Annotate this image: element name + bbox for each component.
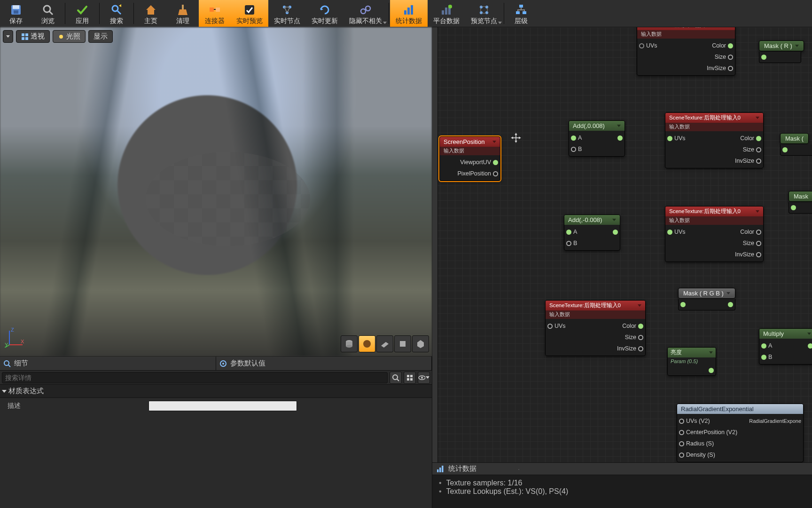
node-scenetexture-low[interactable]: SceneTexture:后期处理输入0 输入数据 UVsColor Size …: [665, 206, 764, 262]
node-screenposition[interactable]: ScreenPosition 输入数据 ViewportUV PixelPosi…: [439, 136, 500, 181]
input-pin[interactable]: [679, 430, 684, 435]
node-scenetexture-top[interactable]: SceneTexture:后期处理输入0 输入数据 UVsColor Size …: [637, 27, 735, 76]
node-header[interactable]: Add(,-0.008): [564, 215, 620, 225]
input-pin[interactable]: [680, 302, 686, 307]
pin-label: B: [768, 354, 772, 360]
search-button[interactable]: [390, 372, 402, 384]
output-pin[interactable]: [493, 160, 498, 165]
node-header[interactable]: RadialGradientExponential: [677, 404, 803, 414]
viewport-menu-button[interactable]: [3, 30, 13, 43]
viewport-show-button[interactable]: 显示: [88, 30, 113, 43]
toolbar-live-nodes[interactable]: 实时节点: [268, 0, 306, 27]
toolbar-clean[interactable]: 清理: [167, 0, 199, 27]
shape-plane-button[interactable]: [376, 335, 393, 352]
toolbar-platform[interactable]: 平台数据: [428, 0, 465, 27]
details-tab-defaults[interactable]: 参数默认值: [216, 357, 432, 370]
node-header[interactable]: SceneTexture:后期处理输入0: [665, 113, 763, 123]
shape-mesh-button[interactable]: [412, 335, 429, 352]
input-pin[interactable]: [667, 136, 672, 141]
node-radial-gradient[interactable]: RadialGradientExponential UVs (V2)Radial…: [677, 404, 804, 462]
node-multiply[interactable]: Multiply A B: [759, 328, 812, 365]
toolbar-home[interactable]: 主页: [135, 0, 167, 27]
toolbar-search[interactable]: 搜索: [101, 0, 133, 27]
node-mask-mid2[interactable]: Mask: [789, 191, 812, 202]
output-pin[interactable]: [808, 343, 812, 349]
toolbar-live-preview[interactable]: 实时预览: [231, 0, 268, 27]
input-pin[interactable]: [782, 147, 788, 152]
input-pin[interactable]: [679, 419, 684, 424]
move-cursor-icon: [510, 132, 522, 144]
output-pin[interactable]: [728, 302, 733, 307]
node-add-pos[interactable]: Add(,0.008) A B: [569, 120, 625, 157]
pin-label: PixelPosition: [457, 170, 491, 177]
input-pin[interactable]: [667, 230, 672, 235]
node-scenetexture-bottom[interactable]: SceneTexture:后期处理输入0 输入数据 UVsColor Size …: [545, 300, 646, 356]
output-pin[interactable]: [756, 230, 761, 235]
viewport-axis-gizmo[interactable]: Z X Y: [5, 328, 24, 348]
output-pin[interactable]: [638, 335, 643, 340]
node-mask-r[interactable]: Mask ( R ): [759, 40, 804, 51]
shape-cube-button[interactable]: [394, 335, 411, 352]
output-pin[interactable]: [613, 230, 618, 235]
node-header[interactable]: SceneTexture:后期处理输入0: [546, 301, 645, 310]
output-pin[interactable]: [756, 241, 761, 246]
output-pin[interactable]: [756, 147, 761, 152]
details-section-header[interactable]: 材质表达式: [0, 385, 432, 398]
input-pin[interactable]: [571, 147, 576, 152]
input-pin[interactable]: [566, 241, 571, 246]
shape-cylinder-button[interactable]: [341, 335, 358, 352]
output-pin[interactable]: [756, 159, 761, 164]
output-pin[interactable]: [728, 55, 733, 60]
viewport-lit-button[interactable]: 光照: [53, 30, 86, 43]
input-pin[interactable]: [566, 230, 571, 235]
details-tab-details[interactable]: 细节: [0, 357, 216, 370]
viewport[interactable]: 透视 光照 显示 Z X Y: [0, 27, 432, 357]
input-pin[interactable]: [639, 43, 644, 48]
output-pin[interactable]: [617, 135, 623, 141]
toolbar-preview-node[interactable]: 预览节点: [465, 0, 503, 27]
node-add-neg[interactable]: Add(,-0.008) A B: [564, 214, 620, 251]
toolbar-stats[interactable]: 统计数据: [390, 0, 428, 27]
node-graph[interactable]: SceneTexture:后期处理输入0 输入数据 UVsColor Size …: [432, 27, 812, 462]
shape-sphere-button[interactable]: [359, 335, 375, 352]
output-pin[interactable]: [638, 324, 643, 329]
output-pin[interactable]: [493, 171, 498, 176]
node-header[interactable]: Add(,0.008): [569, 121, 625, 131]
input-pin[interactable]: [791, 205, 796, 210]
viewport-perspective-button[interactable]: 透视: [16, 30, 50, 43]
toolbar-save[interactable]: 保存: [0, 0, 32, 27]
node-brightness-param[interactable]: 亮度 Param (0.5): [667, 347, 716, 376]
output-pin[interactable]: [756, 252, 761, 257]
toolbar-browse[interactable]: 浏览: [32, 0, 64, 27]
graph-tab-strip[interactable]: [432, 27, 438, 462]
input-pin[interactable]: [761, 55, 766, 60]
output-pin[interactable]: [638, 346, 643, 351]
output-pin[interactable]: [709, 368, 714, 373]
node-header[interactable]: SceneTexture:后期处理输入0: [665, 206, 763, 216]
node-mask-rgb[interactable]: Mask ( R G B ): [678, 288, 735, 299]
toolbar-hierarchy[interactable]: 层级: [505, 0, 537, 27]
view-grid-button[interactable]: [404, 372, 416, 384]
output-pin[interactable]: [728, 43, 733, 48]
input-pin[interactable]: [679, 452, 684, 458]
input-pin[interactable]: [547, 324, 553, 329]
view-eye-button[interactable]: [418, 372, 430, 384]
toolbar-apply[interactable]: 应用: [66, 0, 98, 27]
input-pin[interactable]: [679, 441, 684, 446]
input-pin[interactable]: [761, 355, 766, 360]
node-header[interactable]: 亮度: [668, 348, 716, 357]
input-pin[interactable]: [571, 135, 576, 141]
input-pin[interactable]: [761, 343, 766, 349]
node-header[interactable]: Multiply: [759, 329, 812, 339]
description-input[interactable]: [148, 401, 297, 411]
node-mask-mid[interactable]: Mask (: [780, 133, 809, 144]
output-pin[interactable]: [756, 136, 761, 141]
toolbar-live-update[interactable]: 实时更新: [306, 0, 344, 27]
node-header[interactable]: ScreenPosition: [440, 137, 500, 147]
details-search-input[interactable]: [2, 372, 388, 383]
toolbar-hide[interactable]: 隐藏不相关: [344, 0, 388, 27]
stats-header[interactable]: 统计数据 ·: [432, 462, 812, 475]
node-scenetexture-mid[interactable]: SceneTexture:后期处理输入0 输入数据 UVsColor Size …: [665, 112, 764, 168]
toolbar-connector[interactable]: 连接器: [199, 0, 231, 27]
output-pin[interactable]: [728, 66, 733, 71]
